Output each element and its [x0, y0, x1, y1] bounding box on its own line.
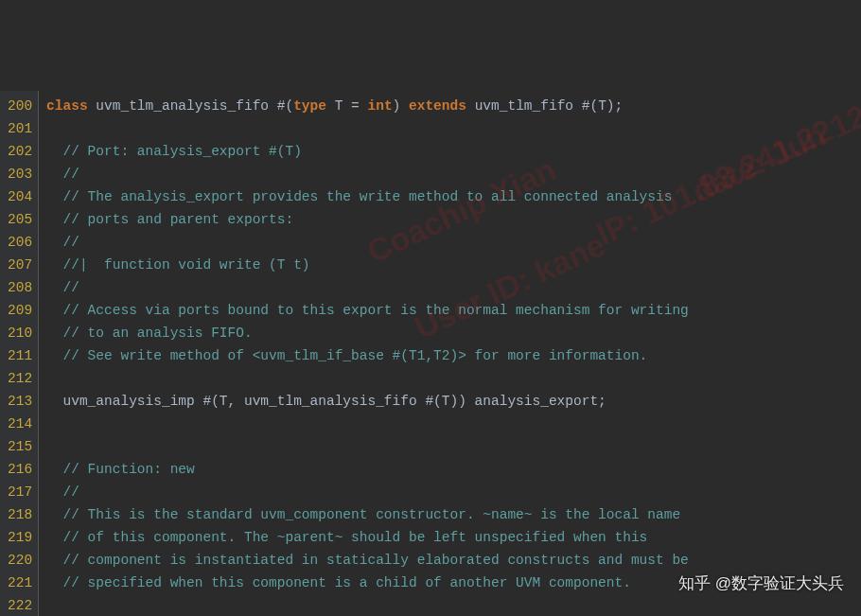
code-line: [46, 594, 689, 616]
code-line: [46, 413, 689, 435]
code-line: // component is instantiated in statical…: [46, 549, 689, 572]
code-line: uvm_analysis_imp #(T, uvm_tlm_analysis_f…: [46, 390, 689, 413]
code-line: [46, 367, 689, 390]
code-line: // ports and parent exports:: [46, 208, 689, 231]
line-number: 210: [8, 322, 32, 344]
line-number: 211: [8, 344, 32, 367]
code-line: class uvm_tlm_analysis_fifo #(type T = i…: [46, 95, 689, 117]
line-number: 216: [8, 458, 32, 481]
code-line: [46, 117, 689, 140]
code-line: // Function: new: [46, 458, 689, 481]
line-number: 218: [8, 503, 32, 526]
code-editor: 2002012022032042052062072082092102112122…: [0, 91, 861, 616]
line-number: 208: [8, 276, 32, 299]
line-number: 220: [8, 549, 32, 572]
line-number: 203: [8, 163, 32, 185]
code-line: //: [46, 481, 689, 503]
line-number: 217: [8, 481, 32, 503]
line-number: 201: [8, 117, 32, 140]
code-line: // specified when this component is a ch…: [46, 572, 689, 594]
line-number: 221: [8, 572, 32, 594]
line-number: 219: [8, 526, 32, 549]
line-number: 204: [8, 185, 32, 208]
code-line: // See write method of <uvm_tlm_if_base …: [46, 344, 689, 367]
code-line: // Access via ports bound to this export…: [46, 299, 689, 322]
code-line: // of this component. The ~parent~ shoul…: [46, 526, 689, 549]
code-line: // This is the standard uvm_component co…: [46, 503, 689, 526]
code-content: class uvm_tlm_analysis_fifo #(type T = i…: [39, 91, 689, 616]
line-number-gutter: 2002012022032042052062072082092102112122…: [0, 91, 39, 616]
code-line: // The analysis_export provides the writ…: [46, 185, 689, 208]
code-line: //: [46, 163, 689, 185]
code-line: // Port: analysis_export #(T): [46, 140, 689, 163]
line-number: 207: [8, 254, 32, 276]
code-line: //: [46, 231, 689, 254]
line-number: 200: [8, 95, 32, 117]
line-number: 205: [8, 208, 32, 231]
line-number: 202: [8, 140, 32, 163]
line-number: 212: [8, 367, 32, 390]
line-number: 222: [8, 594, 32, 616]
code-line: //| function void write (T t): [46, 254, 689, 276]
code-line: // to an analysis FIFO.: [46, 322, 689, 344]
line-number: 215: [8, 435, 32, 458]
zhihu-attribution: 知乎 @数字验证大头兵: [678, 572, 844, 595]
line-number: 214: [8, 413, 32, 435]
line-number: 209: [8, 299, 32, 322]
code-line: //: [46, 276, 689, 299]
code-line: [46, 435, 689, 458]
line-number: 206: [8, 231, 32, 254]
line-number: 213: [8, 390, 32, 413]
